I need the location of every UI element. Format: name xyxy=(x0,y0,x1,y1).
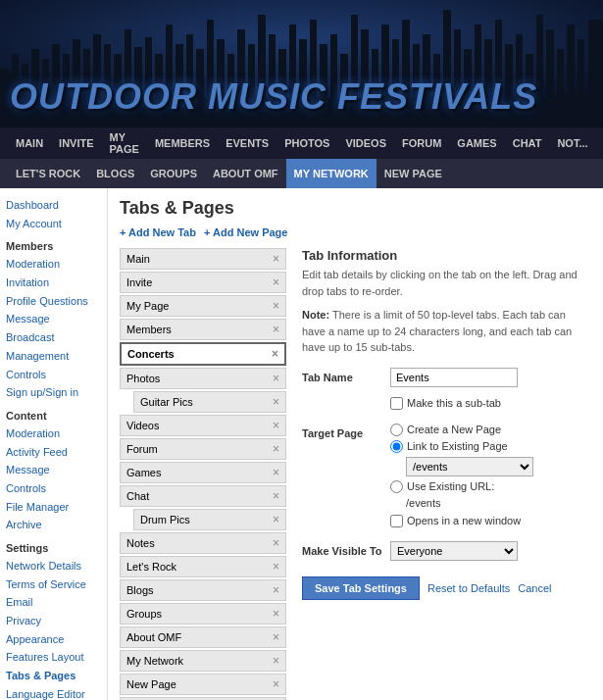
cancel-link[interactable]: Cancel xyxy=(518,582,551,594)
add-new-page-link[interactable]: Add New Page xyxy=(204,226,287,238)
tab-close-drum-pics[interactable]: × xyxy=(273,514,279,525)
nav-about-omf[interactable]: ABOUT OMF xyxy=(205,159,286,188)
sidebar-controls-content[interactable]: Controls xyxy=(6,479,101,498)
nav-chat[interactable]: CHAT xyxy=(505,127,550,159)
sidebar-invitation[interactable]: Invitation xyxy=(6,274,101,292)
tab-close-my-network[interactable]: × xyxy=(273,655,279,667)
sidebar-terms-of-service[interactable]: Terms of Service xyxy=(6,575,101,594)
sub-tab-control: Make this a sub-tab xyxy=(390,397,591,414)
tab-item-guitar-pics[interactable]: Guitar Pics × xyxy=(133,391,286,413)
sidebar-profile-questions[interactable]: Profile Questions xyxy=(6,292,101,311)
sidebar-network-details[interactable]: Network Details xyxy=(6,557,101,575)
create-new-page-option[interactable]: Create a New Page xyxy=(390,424,591,436)
sidebar-message-broadcast[interactable]: Message Broadcast xyxy=(6,310,101,346)
tab-info-panel: Tab Information Edit tab details by clic… xyxy=(302,248,591,700)
make-sub-tab-label[interactable]: Make this a sub-tab xyxy=(390,397,591,410)
tab-item-chat[interactable]: Chat × xyxy=(120,485,286,507)
tab-close-mypage[interactable]: × xyxy=(273,300,279,312)
tab-item-lets-rock[interactable]: Let's Rock × xyxy=(120,556,286,577)
tab-close-concerts[interactable]: × xyxy=(272,348,278,360)
tab-close-members[interactable]: × xyxy=(273,324,279,335)
nav-lets-rock[interactable]: LET'S ROCK xyxy=(8,159,88,188)
sidebar-features-layout[interactable]: Features Layout xyxy=(6,648,101,667)
tab-close-blogs[interactable]: × xyxy=(273,584,279,596)
nav-main[interactable]: MAIN xyxy=(8,127,51,159)
tab-item-about-omf[interactable]: About OMF × xyxy=(120,626,286,648)
tab-item-concerts[interactable]: Concerts × xyxy=(120,342,286,366)
sidebar-tabs-pages[interactable]: Tabs & Pages xyxy=(6,667,101,685)
add-links: Add New Tab Add New Page xyxy=(120,226,591,238)
sidebar-management[interactable]: Management xyxy=(6,347,101,366)
tab-close-new-page[interactable]: × xyxy=(273,678,279,690)
tab-item-forum[interactable]: Forum × xyxy=(120,438,286,460)
make-sub-tab-checkbox[interactable] xyxy=(390,397,403,410)
tab-info-description: Edit tab details by clicking on the tab … xyxy=(302,267,591,299)
tab-close-forum[interactable]: × xyxy=(273,443,279,455)
tab-close-invite[interactable]: × xyxy=(273,276,279,288)
nav-my-page[interactable]: MY PAGE xyxy=(102,127,147,159)
nav-new-page[interactable]: NEW PAGE xyxy=(377,159,450,188)
tab-item-notes[interactable]: Notes × xyxy=(120,532,286,554)
tab-item-photos[interactable]: Photos × xyxy=(120,368,286,389)
tab-close-chat[interactable]: × xyxy=(273,490,279,502)
nav-photos[interactable]: PHOTOS xyxy=(276,127,337,159)
link-existing-radio[interactable] xyxy=(390,440,403,453)
use-url-option[interactable]: Use Existing URL: xyxy=(390,480,591,493)
tab-item-my-network[interactable]: My Network × xyxy=(120,650,286,672)
nav-members[interactable]: MEMBERS xyxy=(147,127,218,159)
sidebar-privacy[interactable]: Privacy xyxy=(6,612,101,630)
tab-close-guitar-pics[interactable]: × xyxy=(273,396,279,408)
nav-events[interactable]: EVENTS xyxy=(218,127,276,159)
tab-name-input[interactable] xyxy=(390,368,518,387)
sidebar-moderation-content[interactable]: Moderation xyxy=(6,425,101,443)
tab-item-invite[interactable]: Invite × xyxy=(120,272,286,293)
tab-item-blogs[interactable]: Blogs × xyxy=(120,579,286,601)
add-new-tab-link[interactable]: Add New Tab xyxy=(120,226,196,238)
save-tab-settings-button[interactable]: Save Tab Settings xyxy=(302,576,420,600)
nav-games[interactable]: GAMES xyxy=(449,127,504,159)
use-url-radio[interactable] xyxy=(390,480,403,493)
tab-item-games[interactable]: Games × xyxy=(120,462,286,483)
nav-blogs[interactable]: BLOGS xyxy=(88,159,142,188)
sidebar-appearance[interactable]: Appearance xyxy=(6,630,101,649)
tab-item-mypage[interactable]: My Page × xyxy=(120,295,286,317)
existing-page-select[interactable]: /events xyxy=(406,457,533,476)
sidebar-file-manager[interactable]: File Manager xyxy=(6,498,101,517)
sidebar-activity-feed[interactable]: Activity Feed Message xyxy=(6,443,101,479)
tab-close-main[interactable]: × xyxy=(273,253,279,265)
tab-close-groups[interactable]: × xyxy=(273,608,279,620)
tab-item-videos[interactable]: Videos × xyxy=(120,415,286,436)
nav-invite[interactable]: INVITE xyxy=(51,127,101,159)
nav-videos[interactable]: VIDEOS xyxy=(337,127,394,159)
sidebar-signup-signin[interactable]: Sign up/Sign in xyxy=(6,383,101,402)
tab-item-new-page[interactable]: New Page × xyxy=(120,674,286,695)
tab-item-main[interactable]: Main × xyxy=(120,248,286,270)
tab-item-members[interactable]: Members × xyxy=(120,319,286,340)
tab-close-videos[interactable]: × xyxy=(273,420,279,431)
tab-close-games[interactable]: × xyxy=(273,467,279,478)
tab-item-groups[interactable]: Groups × xyxy=(120,603,286,625)
tab-close-photos[interactable]: × xyxy=(273,373,279,384)
tab-close-notes[interactable]: × xyxy=(273,537,279,549)
link-existing-option[interactable]: Link to Existing Page xyxy=(390,440,591,453)
nav-forum[interactable]: FORUM xyxy=(394,127,449,159)
create-new-radio[interactable] xyxy=(390,424,403,436)
opens-new-window-checkbox[interactable] xyxy=(390,515,403,527)
sidebar-dashboard[interactable]: Dashboard xyxy=(6,196,101,215)
reset-to-defaults-link[interactable]: Reset to Defaults xyxy=(427,582,510,594)
sidebar-archive[interactable]: Archive xyxy=(6,516,101,534)
tab-item-drum-pics[interactable]: Drum Pics × xyxy=(133,509,286,530)
nav-more[interactable]: NOT... xyxy=(549,127,595,159)
sidebar-language-editor[interactable]: Language Editor xyxy=(6,685,101,700)
tab-close-lets-rock[interactable]: × xyxy=(273,561,279,573)
sidebar-moderation-members[interactable]: Moderation xyxy=(6,255,101,274)
opens-new-window-option[interactable]: Opens in a new window xyxy=(390,515,591,527)
opens-new-window-label: Opens in a new window xyxy=(407,515,521,526)
nav-groups[interactable]: GROUPS xyxy=(142,159,205,188)
make-visible-select[interactable]: Everyone xyxy=(390,541,518,561)
tab-close-about-omf[interactable]: × xyxy=(273,631,279,643)
sidebar-my-account[interactable]: My Account xyxy=(6,215,101,233)
sidebar-controls-members[interactable]: Controls xyxy=(6,366,101,384)
nav-my-network[interactable]: MY NETWORK xyxy=(286,159,377,188)
sidebar-email[interactable]: Email xyxy=(6,593,101,612)
